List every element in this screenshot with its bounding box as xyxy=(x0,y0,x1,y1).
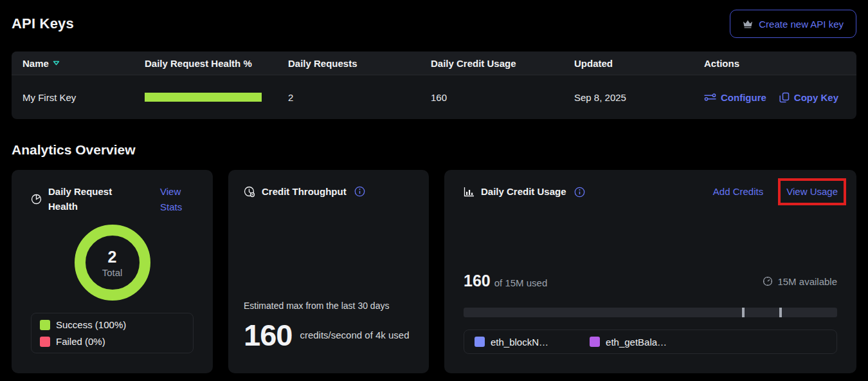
donut-total-value: 2 xyxy=(108,248,117,266)
card-title-group: Credit Throughput xyxy=(244,184,347,199)
card-title: Daily Credit Usage xyxy=(481,184,566,199)
updated-cell: Sep 8, 2025 xyxy=(574,92,704,103)
card-links: Add Credits View Usage xyxy=(713,184,837,200)
sort-chevron-down-icon[interactable] xyxy=(53,60,60,66)
legend-item-eth-getbalance: eth_getBala… xyxy=(590,337,667,348)
legend-label: Success (100%) xyxy=(56,319,126,330)
copy-icon xyxy=(779,92,790,103)
daily-credit-usage-card: Daily Credit Usage Add Credits View Usag… xyxy=(444,170,856,373)
info-circle-icon[interactable] xyxy=(354,186,365,197)
pie-chart-icon xyxy=(31,194,42,205)
legend-label: Failed (0%) xyxy=(56,336,105,347)
usage-legend: eth_blockN… eth_getBala… xyxy=(464,330,837,354)
series-purple-swatch xyxy=(590,337,600,347)
daily-credit-usage-cell: 160 xyxy=(431,92,574,103)
usage-used: 160of 15M used xyxy=(464,272,547,290)
throughput-unit: credits/second of 4k used xyxy=(300,328,409,342)
annotation-highlight-box: View Usage xyxy=(778,178,846,205)
card-title-group: Daily Request Health xyxy=(31,184,125,214)
table-row: My First Key 2 160 Sep 8, 2025 Configure xyxy=(12,75,856,119)
throughput-value: 160 xyxy=(244,317,292,353)
success-swatch xyxy=(40,320,50,330)
analytics-title: Analytics Overview xyxy=(12,142,856,158)
health-bar xyxy=(145,93,262,102)
column-header-requests[interactable]: Daily Requests xyxy=(288,58,431,69)
usage-available: 15M available xyxy=(763,276,837,287)
legend-label: eth_getBala… xyxy=(606,337,667,348)
failed-swatch xyxy=(40,337,50,347)
progress-marker xyxy=(742,308,745,317)
card-header: Daily Request Health View Stats xyxy=(31,184,194,215)
info-circle-icon[interactable] xyxy=(574,187,585,198)
throughput-value-row: 160 credits/second of 4k used xyxy=(244,317,413,353)
daily-request-health-card: Daily Request Health View Stats 2 Total … xyxy=(12,170,213,373)
copy-key-label: Copy Key xyxy=(794,92,838,103)
page-title: API Keys xyxy=(12,15,74,32)
available-label: 15M available xyxy=(777,276,837,287)
bar-chart-icon xyxy=(464,187,475,197)
legend-label: eth_blockN… xyxy=(491,337,548,348)
gauge-icon xyxy=(244,186,255,198)
key-name-cell: My First Key xyxy=(23,92,145,103)
card-title: Credit Throughput xyxy=(262,184,347,199)
analytics-cards: Daily Request Health View Stats 2 Total … xyxy=(12,170,856,373)
series-blue-swatch xyxy=(475,337,485,347)
credit-throughput-card: Credit Throughput Estimated max from the… xyxy=(228,170,429,373)
daily-requests-cell: 2 xyxy=(288,92,431,103)
configure-button[interactable]: Configure xyxy=(704,92,766,103)
legend-item-success: Success (100%) xyxy=(40,319,185,330)
health-legend: Success (100%) Failed (0%) xyxy=(31,313,194,353)
api-keys-table: Name Daily Request Health % Daily Reques… xyxy=(12,51,856,119)
card-title: Daily Request Health xyxy=(48,184,125,214)
legend-item-failed: Failed (0%) xyxy=(40,336,185,347)
column-header-name[interactable]: Name xyxy=(23,58,145,69)
progress-marker xyxy=(779,308,782,317)
column-label: Name xyxy=(23,58,49,69)
view-usage-link[interactable]: View Usage xyxy=(786,186,838,197)
meter-icon xyxy=(763,276,773,286)
view-stats-link[interactable]: View Stats xyxy=(160,184,194,215)
legend-item-eth-blocknumber: eth_blockN… xyxy=(475,337,548,348)
credit-usage-progress-bar xyxy=(464,308,837,317)
donut-total-label: Total xyxy=(102,267,123,278)
dashboard: API Keys Create new API key Name Daily R… xyxy=(0,0,868,381)
create-api-key-label: Create new API key xyxy=(759,19,844,30)
column-header-health[interactable]: Daily Request Health % xyxy=(145,58,288,69)
topbar: API Keys Create new API key xyxy=(12,10,856,38)
crown-icon xyxy=(743,19,753,28)
used-value: 160 xyxy=(464,272,491,290)
health-donut-chart: 2 Total xyxy=(75,225,150,301)
copy-key-button[interactable]: Copy Key xyxy=(779,92,838,103)
card-title-group: Daily Credit Usage xyxy=(464,184,566,199)
column-header-credit-usage[interactable]: Daily Credit Usage xyxy=(431,58,574,69)
column-header-updated[interactable]: Updated xyxy=(574,58,704,69)
create-api-key-button[interactable]: Create new API key xyxy=(730,10,856,38)
usage-summary-row: 160of 15M used 15M available xyxy=(464,272,837,290)
add-credits-link[interactable]: Add Credits xyxy=(713,184,763,200)
actions-cell: Configure Copy Key xyxy=(704,92,856,103)
sliders-icon xyxy=(704,93,716,102)
throughput-note: Estimated max from the last 30 days xyxy=(244,301,413,311)
configure-label: Configure xyxy=(721,92,766,103)
card-header: Credit Throughput xyxy=(244,184,413,199)
health-cell xyxy=(145,93,288,102)
card-header: Daily Credit Usage Add Credits View Usag… xyxy=(464,184,837,200)
column-header-actions: Actions xyxy=(704,58,856,69)
table-header: Name Daily Request Health % Daily Reques… xyxy=(12,51,856,75)
used-suffix: of 15M used xyxy=(494,277,548,288)
